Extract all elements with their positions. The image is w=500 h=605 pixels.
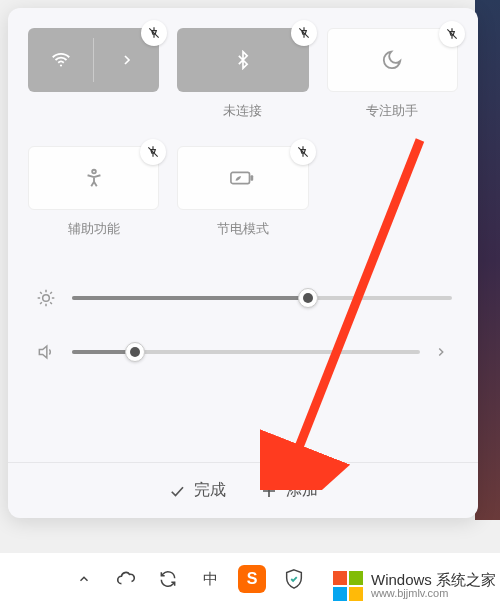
svg-rect-8 [349, 587, 363, 601]
tile-wrap-focus: 专注助手 [327, 28, 458, 120]
battery-saver-tile[interactable] [177, 146, 308, 210]
battery-leaf-icon [230, 168, 256, 188]
volume-thumb[interactable] [125, 342, 145, 362]
done-button[interactable]: 完成 [168, 480, 226, 501]
tray-chevron-up[interactable] [70, 565, 98, 593]
bluetooth-label: 未连接 [223, 102, 262, 120]
brightness-icon [34, 288, 58, 308]
unpin-icon [297, 26, 311, 40]
bluetooth-icon [233, 50, 253, 70]
accessibility-icon [83, 167, 105, 189]
brightness-slider-row [34, 288, 452, 308]
quick-settings-panel: 未连接 专注助手 辅助功能 [8, 8, 478, 518]
brightness-slider[interactable] [72, 296, 452, 300]
tile-wrap-bluetooth: 未连接 [177, 28, 308, 120]
unpin-wifi-button[interactable] [141, 20, 167, 46]
watermark: Windows 系统之家 www.bjjmlv.com [331, 569, 496, 603]
wifi-icon [50, 49, 72, 71]
tiles-row-2: 辅助功能 节电模式 [28, 146, 458, 238]
volume-slider-row [34, 342, 452, 362]
svg-rect-6 [349, 571, 363, 585]
accessibility-tile[interactable] [28, 146, 159, 210]
volume-icon [34, 342, 58, 362]
unpin-icon [147, 26, 161, 40]
tile-wrap-wifi [28, 28, 159, 120]
chevron-right-icon [119, 52, 135, 68]
svg-rect-7 [333, 587, 347, 601]
brightness-thumb[interactable] [298, 288, 318, 308]
ime-indicator[interactable]: 中 [196, 565, 224, 593]
tile-wrap-accessibility: 辅助功能 [28, 146, 159, 238]
windows-logo-icon [331, 569, 365, 603]
unpin-icon [296, 145, 310, 159]
add-button[interactable]: 添加 [260, 480, 318, 501]
onedrive-icon[interactable] [112, 565, 140, 593]
checkmark-icon [168, 482, 186, 500]
watermark-line2: www.bjjmlv.com [371, 588, 496, 600]
volume-expand-button[interactable] [434, 345, 452, 359]
unpin-bluetooth-button[interactable] [291, 20, 317, 46]
desktop-background-strip [475, 0, 500, 520]
bluetooth-tile[interactable] [177, 28, 308, 92]
svg-point-4 [43, 295, 50, 302]
svg-rect-3 [250, 175, 253, 181]
watermark-line1: Windows 系统之家 [371, 572, 496, 588]
svg-rect-5 [333, 571, 347, 585]
unpin-icon [445, 27, 459, 41]
unpin-battery-button[interactable] [290, 139, 316, 165]
svg-point-0 [59, 64, 61, 66]
accessibility-label: 辅助功能 [68, 220, 120, 238]
battery-label: 节电模式 [217, 220, 269, 238]
focus-tile[interactable] [327, 28, 458, 92]
wifi-toggle-half[interactable] [28, 28, 93, 92]
volume-slider[interactable] [72, 350, 420, 354]
done-label: 完成 [194, 480, 226, 501]
focus-label: 专注助手 [366, 102, 418, 120]
sliders-area [28, 288, 458, 362]
action-bar: 完成 添加 [8, 462, 478, 518]
security-shield-icon[interactable] [280, 565, 308, 593]
unpin-icon [146, 145, 160, 159]
plus-icon [260, 482, 278, 500]
add-label: 添加 [286, 480, 318, 501]
sogou-ime-icon[interactable]: S [238, 565, 266, 593]
unpin-accessibility-button[interactable] [140, 139, 166, 165]
svg-point-1 [92, 170, 96, 174]
tile-wrap-battery: 节电模式 [177, 146, 308, 238]
tiles-row-1: 未连接 专注助手 [28, 28, 458, 120]
wifi-tile[interactable] [28, 28, 159, 92]
unpin-focus-button[interactable] [439, 21, 465, 47]
moon-icon [381, 49, 403, 71]
sync-icon[interactable] [154, 565, 182, 593]
